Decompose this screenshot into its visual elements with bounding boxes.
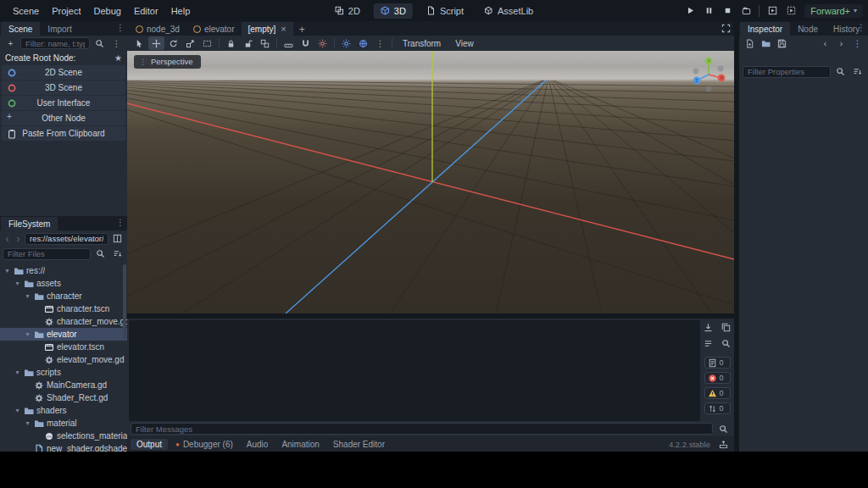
scale-tool-icon[interactable] bbox=[182, 36, 198, 50]
axis-gizmo[interactable]: Y X Z bbox=[687, 53, 731, 93]
ruler-icon[interactable] bbox=[281, 36, 297, 50]
workspace-script[interactable]: Script bbox=[420, 3, 470, 19]
dock-menu-icon[interactable]: ⋮ bbox=[116, 218, 125, 227]
tree-item[interactable]: character.tscn bbox=[0, 302, 127, 315]
collapse-icon[interactable]: ▾ bbox=[24, 330, 31, 338]
create-ui-scene-button[interactable]: User Interface bbox=[2, 96, 125, 110]
collapse-icon[interactable]: ▾ bbox=[14, 280, 21, 287]
create-2d-scene-button[interactable]: 2D Scene bbox=[2, 65, 125, 80]
add-node-button[interactable]: + bbox=[3, 37, 18, 50]
dock-menu-icon[interactable]: ⋮ bbox=[857, 23, 865, 32]
tree-scrollbar[interactable] bbox=[123, 264, 126, 339]
menu-debug[interactable]: Debug bbox=[87, 3, 126, 19]
collapse-icon[interactable]: ▾ bbox=[3, 267, 11, 274]
tree-item[interactable]: ▾res:// bbox=[0, 264, 127, 277]
menu-scene[interactable]: Scene bbox=[7, 3, 45, 19]
file-filter-input[interactable] bbox=[3, 248, 91, 260]
new-resource-icon[interactable] bbox=[743, 37, 757, 50]
movie-mode-button[interactable] bbox=[737, 3, 754, 19]
scene-tab-empty[interactable]: [empty]× bbox=[242, 22, 293, 36]
save-log-icon[interactable] bbox=[701, 321, 715, 334]
snap-magnet-icon[interactable] bbox=[298, 36, 314, 50]
dock-menu-icon[interactable]: ⋮ bbox=[116, 23, 125, 32]
load-resource-icon[interactable] bbox=[759, 37, 773, 50]
workspace-2d[interactable]: 2D bbox=[328, 3, 367, 19]
filter-messages-input[interactable] bbox=[131, 423, 713, 435]
bottom-tab-output[interactable]: Output bbox=[131, 439, 168, 450]
filter-options-icon[interactable] bbox=[850, 65, 865, 78]
tab-filesystem[interactable]: FileSystem bbox=[1, 217, 58, 230]
renderer-select[interactable]: Forward+ ▾ bbox=[804, 4, 863, 18]
pause-button[interactable] bbox=[700, 3, 717, 19]
paste-from-clipboard-button[interactable]: Paste From Clipboard bbox=[2, 126, 125, 141]
search-log-icon[interactable] bbox=[719, 337, 733, 350]
node-filter-input[interactable] bbox=[20, 37, 90, 49]
tree-item[interactable]: ▾character bbox=[0, 290, 127, 302]
collapse-icon[interactable]: ▾ bbox=[24, 419, 31, 427]
new-scene-tab-button[interactable]: + bbox=[293, 24, 311, 36]
tree-item[interactable]: character_move.gd bbox=[0, 315, 127, 328]
create-other-node-button[interactable]: + Other Node bbox=[2, 111, 125, 125]
select-tool-icon[interactable] bbox=[131, 36, 147, 50]
transform-menu[interactable]: Transform bbox=[396, 37, 448, 50]
close-icon[interactable]: × bbox=[281, 24, 286, 34]
bottom-tab-audio[interactable]: Audio bbox=[241, 439, 275, 450]
scene-tab-node3d[interactable]: node_3d bbox=[129, 22, 186, 36]
toggle-split-mode-icon[interactable] bbox=[110, 232, 125, 245]
menu-help[interactable]: Help bbox=[165, 3, 197, 19]
filter-properties-input[interactable] bbox=[743, 66, 831, 78]
camera-override-icon[interactable] bbox=[314, 36, 331, 50]
group-icon[interactable] bbox=[257, 36, 273, 50]
misc-count-badge[interactable]: 0 bbox=[704, 402, 731, 414]
nav-forward-icon[interactable]: › bbox=[14, 233, 23, 245]
collapse-icon[interactable]: ▾ bbox=[14, 407, 21, 414]
workspace-3d[interactable]: 3D bbox=[374, 3, 413, 19]
tree-item[interactable]: elevator_move.gd bbox=[0, 353, 127, 366]
collapse-messages-icon[interactable] bbox=[701, 337, 715, 350]
current-path-field[interactable] bbox=[25, 233, 108, 245]
tree-item[interactable]: elevator.tscn bbox=[0, 341, 127, 353]
preview-sunlight-icon[interactable] bbox=[338, 36, 354, 50]
message-count-badge[interactable]: 0 bbox=[704, 357, 731, 369]
bottom-tab-debugger[interactable]: ●Debugger (6) bbox=[170, 439, 239, 450]
tree-item[interactable]: ▾shaders bbox=[0, 404, 127, 417]
scene-tab-elevator[interactable]: elevator bbox=[186, 22, 242, 36]
tree-item[interactable]: selections_material.tres bbox=[0, 430, 127, 442]
nav-back-icon[interactable]: ‹ bbox=[3, 233, 12, 245]
inspector-menu-icon[interactable]: ⋮ bbox=[850, 37, 865, 50]
copy-log-icon[interactable] bbox=[719, 321, 733, 334]
tree-item[interactable]: MainCamera.gd bbox=[0, 379, 127, 391]
tree-item[interactable]: ▾assets bbox=[0, 277, 127, 290]
menu-project[interactable]: Project bbox=[46, 3, 86, 19]
favorites-star-icon[interactable]: ★ bbox=[114, 53, 122, 63]
tree-item[interactable]: new_shader.gdshader bbox=[0, 442, 127, 452]
warning-count-badge[interactable]: 0 bbox=[704, 387, 731, 399]
tab-scene[interactable]: Scene bbox=[1, 22, 40, 36]
search-icon[interactable] bbox=[92, 37, 107, 50]
collapse-icon[interactable]: ▾ bbox=[14, 369, 21, 376]
history-back-icon[interactable]: ‹ bbox=[818, 37, 832, 50]
3d-viewport[interactable]: ⋮ Perspective Y X Z bbox=[127, 51, 734, 313]
save-resource-icon[interactable] bbox=[775, 37, 789, 50]
lock-icon[interactable] bbox=[223, 36, 239, 50]
environment-menu-icon[interactable]: ⋮ bbox=[372, 36, 388, 50]
tree-item[interactable]: Shader_Rect.gd bbox=[0, 391, 127, 404]
bottom-tab-animation[interactable]: Animation bbox=[275, 439, 325, 450]
play-button[interactable] bbox=[682, 3, 698, 19]
tree-item[interactable]: ▾material bbox=[0, 417, 127, 430]
list-select-tool-icon[interactable] bbox=[199, 36, 215, 50]
bottom-tab-shader-editor[interactable]: Shader Editor bbox=[327, 439, 391, 450]
menu-editor[interactable]: Editor bbox=[128, 3, 164, 19]
error-count-badge[interactable]: 0 bbox=[704, 372, 731, 384]
output-log[interactable] bbox=[129, 320, 700, 421]
workspace-assetlib[interactable]: AssetLib bbox=[477, 3, 540, 19]
move-tool-icon[interactable] bbox=[148, 36, 164, 50]
create-3d-scene-button[interactable]: 3D Scene bbox=[2, 80, 125, 95]
tab-node[interactable]: Node bbox=[790, 22, 826, 36]
tab-import[interactable]: Import bbox=[40, 22, 79, 36]
tab-inspector[interactable]: Inspector bbox=[740, 22, 790, 36]
view-menu[interactable]: View bbox=[448, 37, 481, 50]
play-custom-scene-button[interactable] bbox=[782, 3, 799, 19]
unlock-icon[interactable] bbox=[240, 36, 256, 50]
history-forward-icon[interactable]: › bbox=[834, 37, 849, 50]
